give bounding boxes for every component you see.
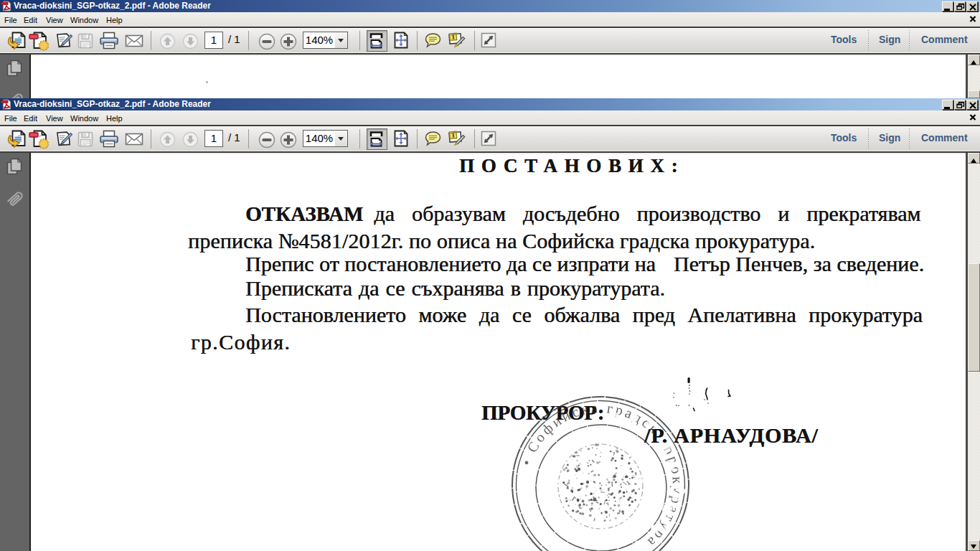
svg-text:T: T	[451, 32, 456, 41]
svg-text:T: T	[451, 131, 456, 139]
